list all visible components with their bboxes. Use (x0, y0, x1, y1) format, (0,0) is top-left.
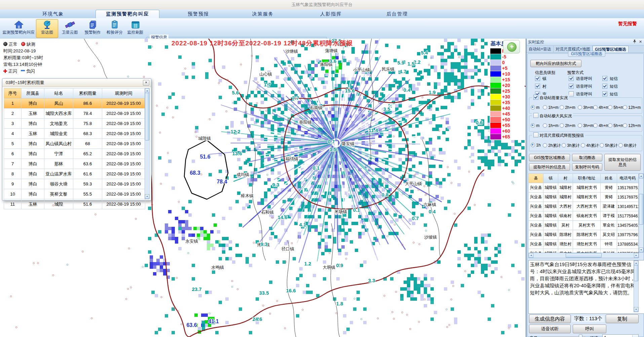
contact-row[interactable]: 兴业县城隍镇陈塘村陈塘村支书莫文绍1397757961 (529, 230, 639, 240)
radio-option[interactable]: m (531, 123, 539, 128)
radio-option[interactable]: 1h (531, 143, 541, 148)
radio-button[interactable] (531, 105, 535, 110)
radio-button[interactable] (600, 143, 604, 148)
radio-option[interactable]: 3h累计 (562, 143, 580, 149)
rain-col-header-3[interactable]: 累积雨量 (73, 88, 102, 98)
radio-button[interactable] (560, 105, 564, 110)
radio-button[interactable] (618, 143, 623, 148)
radio-option[interactable]: 5h累计 (600, 143, 618, 149)
rain-col-header-1[interactable]: 所属县 (22, 88, 44, 98)
contact-row[interactable]: 兴业县城隍镇城隍村城隍村支书黄铸1351769751 (529, 183, 639, 193)
cancel-select-button[interactable]: 取消圈选 (572, 154, 602, 161)
contact-col-header-0[interactable]: 县 (529, 174, 543, 183)
radio-option[interactable]: 5h+m (608, 123, 624, 128)
rain-table-row[interactable]: 10博白英桥文黎55.52022-08-19 15:00 (4, 189, 145, 199)
radio-button[interactable] (578, 105, 582, 110)
generate-message-button[interactable]: 生成信息内容 (529, 314, 571, 323)
extract-sms-contacts-button[interactable]: 提取发短信的信息员 (604, 154, 641, 171)
add-button[interactable]: + (503, 40, 520, 53)
contact-row[interactable]: 兴业县城隍镇大西村大西村支书梁泽建1301495711 (529, 202, 639, 211)
contact-col-header-4[interactable]: 姓名 (601, 174, 617, 183)
rain-table-row[interactable]: 1博白凤山86.62022-08-19 15:00 (4, 98, 145, 109)
rain-table-row[interactable]: 7博白那林63.62022-08-19 15:00 (4, 159, 145, 169)
gis-select-button[interactable]: GIS预警区域圈选 (529, 154, 570, 161)
checkbox[interactable] (602, 84, 607, 89)
checkbox[interactable] (569, 91, 574, 96)
contact-col-header-5[interactable]: 电话号码 (617, 174, 639, 183)
radio-option[interactable]: 1h+m (543, 123, 559, 128)
rain-table-row[interactable]: 4玉林城隍金党68.32022-08-19 15:00 (4, 129, 145, 139)
checkbox[interactable] (569, 76, 574, 81)
rain-table-window[interactable]: 03时~15时累积雨量 × 序号所属县站名累积雨量观测时间1博白凤山86.620… (2, 78, 151, 201)
radio-button[interactable] (562, 143, 566, 148)
checkbox[interactable] (535, 76, 540, 81)
checkbox[interactable] (533, 95, 538, 100)
rain-table-row[interactable]: 6博白宁潭65.22022-08-19 15:00 (4, 149, 145, 159)
contact-row[interactable]: 兴业县城隍镇城隍村城隍村支书黄铸1351769751 (529, 193, 639, 202)
radio-option[interactable]: 12h+m (623, 123, 641, 128)
rain-table-row[interactable]: 8博白亚山温罗水库61.62022-08-19 15:00 (4, 169, 145, 179)
close-icon[interactable]: ✕ (638, 39, 643, 44)
rain-table-scrollbar[interactable]: ▲ ▼ (145, 88, 150, 199)
rain-col-header-0[interactable]: 序号 (4, 88, 22, 98)
toolbar-button-2[interactable]: 卫星云图 (58, 19, 81, 38)
radio-button[interactable] (543, 105, 547, 110)
radio-button[interactable] (623, 123, 627, 128)
window-titlebar[interactable]: 玉林气象监测预警靶向叫应平台 (0, 0, 644, 10)
contact-row[interactable]: 兴业县城隍镇镇南村镇南村支书谭于模1517759461 (529, 211, 639, 221)
radio-option[interactable]: 2h累计 (543, 143, 561, 149)
copy-button[interactable]: 复制 (606, 314, 639, 323)
speed-combobox[interactable]: 1▼ (602, 334, 639, 337)
radio-button[interactable] (543, 123, 547, 128)
radio-button[interactable] (531, 123, 535, 128)
volume-slider-thumb[interactable] (579, 334, 582, 337)
checkbox[interactable] (533, 113, 538, 118)
contacts-hscrollbar[interactable]: ◄► (528, 253, 639, 258)
toolbar-button-5[interactable]: 监控刷新 (126, 19, 145, 38)
rain-table-row[interactable]: 5博白凤山镇凤山村682022-08-19 15:00 (4, 139, 145, 149)
radio-button[interactable] (578, 123, 582, 128)
rain-table-row[interactable]: 3博白文地姜充75.82022-08-19 15:00 (4, 119, 145, 129)
toolbar-button-0[interactable]: 监测预警靶向叫应 (1, 19, 36, 38)
pin-icon[interactable] (632, 39, 637, 44)
checkbox[interactable] (569, 84, 574, 89)
menu-item-4[interactable]: 人影指挥 (315, 10, 346, 18)
checkbox[interactable] (535, 84, 540, 89)
panel-tab-0[interactable]: 自动站+雷达 (527, 46, 554, 52)
radio-option[interactable]: 4h+m (593, 105, 609, 110)
call-button[interactable]: 呼叫 (573, 325, 606, 333)
checkbox[interactable] (533, 132, 538, 137)
radio-option[interactable]: 4h+m (593, 123, 609, 128)
radio-button[interactable] (560, 123, 564, 128)
radio-button[interactable] (593, 123, 598, 128)
rain-table-row[interactable]: 2玉林城隍大西水库78.42022-08-19 15:00 (4, 109, 145, 119)
radio-option[interactable]: 3h+m (578, 123, 594, 128)
rain-col-header-2[interactable]: 站名 (44, 88, 73, 98)
contact-row[interactable]: 兴业县城隍镇塘肚村塘肚村支书钟塔1378855341 (529, 240, 639, 249)
radio-button[interactable] (608, 105, 612, 110)
extract-call-contacts-button[interactable]: 提取呼叫的信息员 (529, 163, 570, 171)
warning-message-textarea[interactable]: 玉林市气象台19日5时15分发布暴雨橙色预警信号：4时以来兴业县城隍大西水库已出… (528, 260, 644, 314)
message-vscrollbar[interactable]: ▲▼ (634, 260, 639, 312)
radio-button[interactable] (593, 105, 598, 110)
contact-col-header-1[interactable]: 镇 (543, 174, 558, 183)
panel-titlebar[interactable]: 实时监控 ✕ (527, 39, 644, 46)
radio-option[interactable]: 1h+m (543, 105, 559, 110)
radio-option[interactable]: 2h+m (560, 123, 575, 128)
radio-button[interactable] (531, 143, 535, 147)
radio-option[interactable]: m (531, 105, 539, 110)
radio-option[interactable]: 12h+m (623, 105, 641, 110)
call-level-mode-button[interactable]: 靶向叫应的级别和方式 (530, 60, 581, 67)
voice-preview-button[interactable]: 语音试听 (529, 325, 571, 333)
menu-item-3[interactable]: 决策服务 (248, 10, 278, 18)
radio-option[interactable]: 2h+m (560, 105, 575, 110)
toolbar-button-4[interactable]: 检验评分 (104, 19, 125, 38)
contact-row[interactable]: 兴业县城隍镇莫村莫村支书覃金乾1345754051 (529, 221, 639, 230)
rain-window-titlebar[interactable]: 03时~15时累积雨量 (2, 79, 151, 87)
radio-button[interactable] (623, 105, 627, 110)
rain-table-row[interactable]: 9博白顿谷大塘59.32022-08-19 15:00 (4, 179, 145, 189)
close-icon[interactable]: × (143, 80, 149, 86)
toolbar-button-1[interactable]: 雷达图 (36, 19, 58, 38)
rain-table-row[interactable]: 11玉林城隍51.62022-08-19 15:00 (4, 199, 145, 209)
checkbox[interactable] (602, 76, 607, 81)
